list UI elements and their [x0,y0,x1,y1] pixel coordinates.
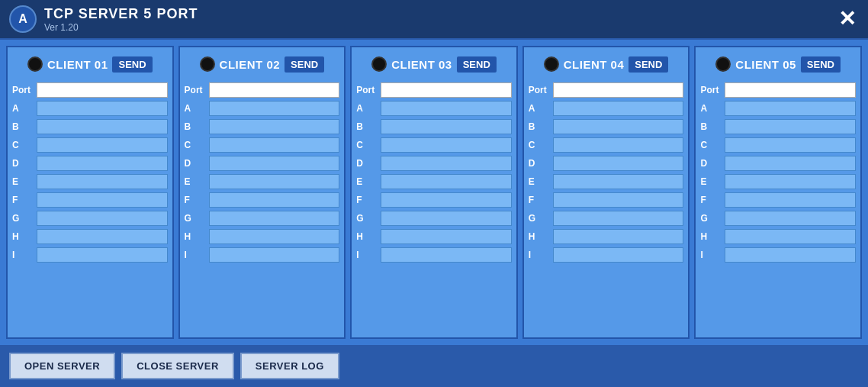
field-input-5-c[interactable] [725,137,856,153]
field-input-2-h[interactable] [209,229,340,244]
field-row-2-c: C [185,137,340,153]
field-input-4-i[interactable] [553,247,684,263]
field-input-4-c[interactable] [553,137,684,153]
field-input-5-i[interactable] [725,247,856,263]
main-area: CLIENT 01SENDPortABCDEFGHICLIENT 02SENDP… [0,40,868,345]
send-button-2[interactable]: SEND [285,56,324,73]
send-button-5[interactable]: SEND [801,56,841,73]
field-input-3-f[interactable] [381,192,512,208]
field-input-1-d[interactable] [37,156,168,171]
field-input-1-a[interactable] [37,101,168,116]
field-input-1-b[interactable] [37,119,168,134]
field-row-4-a: A [529,101,684,116]
field-input-5-f[interactable] [725,192,856,208]
field-label-h: H [356,231,378,242]
send-button-4[interactable]: SEND [628,56,668,73]
field-label-d: D [185,158,206,169]
field-input-5-a[interactable] [725,101,856,116]
field-row-1-e: E [12,174,168,189]
field-input-5-b[interactable] [725,119,856,134]
field-input-2-b[interactable] [209,119,340,134]
field-input-1-port[interactable] [37,82,168,98]
field-input-5-d[interactable] [725,156,856,171]
app-version: Ver 1.20 [44,22,198,33]
field-label-b: B [356,121,378,132]
field-input-2-port[interactable] [209,82,340,98]
field-input-5-h[interactable] [725,229,856,244]
field-label-d: D [700,158,722,169]
field-input-4-b[interactable] [553,119,684,134]
close-button[interactable]: ✕ [835,8,859,30]
field-label-h: H [185,231,206,242]
field-label-f: F [529,195,550,205]
send-button-1[interactable]: SEND [112,56,152,73]
field-input-2-c[interactable] [209,137,340,153]
field-row-4-c: C [529,137,684,153]
field-input-4-d[interactable] [553,156,684,171]
field-input-2-f[interactable] [209,192,340,208]
field-label-f: F [12,195,34,205]
field-row-4-port: Port [529,82,684,98]
field-row-3-d: D [356,156,512,171]
close-server-button[interactable]: CLOSE SERVER [121,353,234,379]
field-input-1-e[interactable] [37,174,168,189]
field-row-2-e: E [185,174,340,189]
field-input-3-g[interactable] [381,211,512,226]
field-row-5-g: G [700,211,856,226]
app-icon: A [9,5,37,33]
open-server-button[interactable]: OPEN SERVER [9,353,115,379]
client-panel-2: CLIENT 02SENDPortABCDEFGHI [178,46,346,339]
field-input-2-d[interactable] [209,156,340,171]
field-input-3-c[interactable] [381,137,512,153]
field-input-2-a[interactable] [209,101,340,116]
field-input-2-i[interactable] [209,247,340,263]
field-input-4-f[interactable] [553,192,684,208]
field-label-b: B [529,121,550,132]
field-input-4-port[interactable] [553,82,684,98]
field-input-4-a[interactable] [553,101,684,116]
field-row-1-f: F [12,192,168,208]
server-log-button[interactable]: SERVER LOG [240,353,339,379]
field-row-5-b: B [700,119,856,134]
field-row-4-b: B [529,119,684,134]
client-header-3: CLIENT 03SEND [356,52,512,76]
field-input-4-e[interactable] [553,174,684,189]
field-input-4-g[interactable] [553,211,684,226]
field-label-a: A [12,103,34,114]
status-dot-5 [715,56,731,72]
field-input-1-c[interactable] [37,137,168,153]
client-label-4: CLIENT 04 [564,58,625,71]
field-row-3-e: E [356,174,512,189]
field-input-3-a[interactable] [381,101,512,116]
field-row-1-g: G [12,211,168,226]
field-input-2-e[interactable] [209,174,340,189]
field-label-g: G [356,213,378,224]
field-input-3-i[interactable] [381,247,512,263]
field-row-1-d: D [12,156,168,171]
field-input-2-g[interactable] [209,211,340,226]
field-label-f: F [356,195,378,205]
field-row-5-h: H [700,229,856,244]
field-input-3-d[interactable] [381,156,512,171]
field-input-3-b[interactable] [381,119,512,134]
field-label-h: H [529,231,550,242]
field-input-5-g[interactable] [725,211,856,226]
field-input-5-e[interactable] [725,174,856,189]
field-input-3-port[interactable] [381,82,512,98]
field-label-i: I [356,250,378,260]
field-input-4-h[interactable] [553,229,684,244]
field-row-4-g: G [529,211,684,226]
field-input-1-f[interactable] [37,192,168,208]
client-label-3: CLIENT 03 [391,58,452,71]
field-label-port: Port [529,85,550,95]
field-row-3-f: F [356,192,512,208]
field-input-1-i[interactable] [37,247,168,263]
field-input-1-h[interactable] [37,229,168,244]
field-input-3-h[interactable] [381,229,512,244]
field-input-5-port[interactable] [725,82,856,98]
send-button-3[interactable]: SEND [457,56,497,73]
field-input-3-e[interactable] [381,174,512,189]
field-input-1-g[interactable] [37,211,168,226]
field-row-4-h: H [529,229,684,244]
field-row-5-d: D [700,156,856,171]
